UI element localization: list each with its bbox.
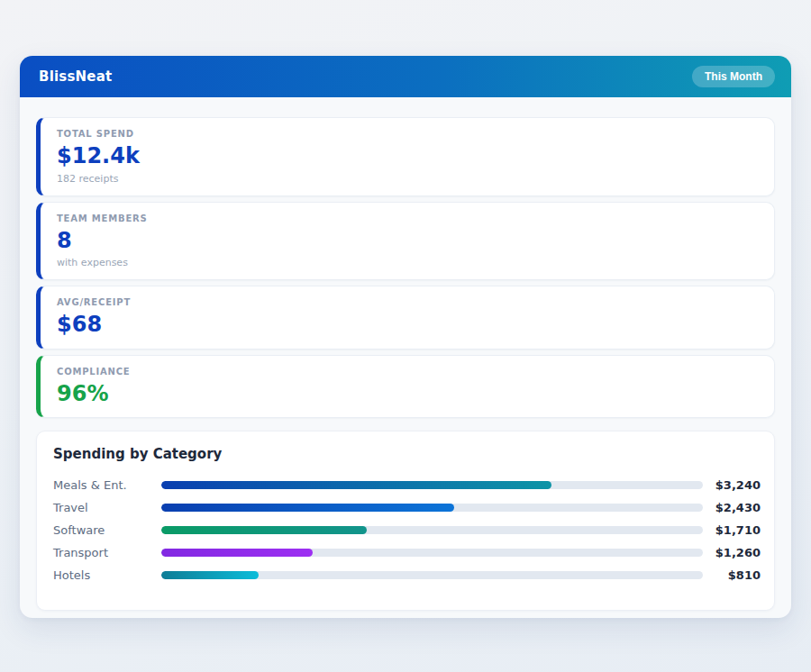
chart-category-label: Software [53,523,161,537]
chart-bar-track [161,549,703,557]
dashboard-panel: BlissNeat This Month TOTAL SPEND $12.4k … [20,56,791,618]
chart-bar-fill [161,504,454,512]
chart-bar-track [161,526,703,534]
period-badge[interactable]: This Month [692,66,775,87]
chart-value-label: $1,260 [703,546,761,559]
chart-category-label: Hotels [53,568,161,582]
chart-value-label: $2,430 [703,501,761,514]
chart-value-label: $810 [703,568,761,582]
spending-chart-card: Spending by Category Meals & Ent. $3,240… [36,431,775,611]
chart-bar-fill [161,481,551,489]
chart-category-label: Transport [53,546,161,559]
stat-value: 96% [57,382,758,407]
chart-category-label: Meals & Ent. [53,478,161,492]
stat-subtext: 182 receipts [57,173,758,185]
stat-card: TEAM MEMBERS 8 with expenses [36,202,775,281]
chart-bar-track [161,571,703,579]
chart-bar-track [161,504,703,512]
app-title: BlissNeat [39,68,112,85]
chart-value-label: $1,710 [703,523,761,537]
chart-value-label: $3,240 [703,478,761,492]
chart-row: Hotels $810 [53,564,761,586]
chart-row: Software $1,710 [53,519,761,541]
chart-bar-fill [161,526,367,534]
stat-label: AVG/RECEIPT [57,297,758,307]
chart-rows: Meals & Ent. $3,240 Travel $2,430 Softwa… [53,474,761,586]
stat-card: COMPLIANCE 96% [36,355,775,419]
chart-bar-fill [161,549,313,557]
stat-label: TEAM MEMBERS [57,213,758,223]
chart-bar-fill [161,571,259,579]
chart-row: Transport $1,260 [53,541,761,564]
stat-value: 8 [57,229,758,254]
chart-category-label: Travel [53,501,161,514]
app-header: BlissNeat This Month [20,56,791,97]
stat-value: $12.4k [57,144,758,169]
stat-value: $68 [57,313,758,338]
stat-label: COMPLIANCE [57,367,758,377]
chart-row: Travel $2,430 [53,496,761,519]
chart-bar-track [161,481,703,489]
chart-row: Meals & Ent. $3,240 [53,474,761,496]
stat-label: TOTAL SPEND [57,129,758,139]
dashboard-content: TOTAL SPEND $12.4k 182 receipts TEAM MEM… [20,97,791,611]
stats-list: TOTAL SPEND $12.4k 182 receipts TEAM MEM… [36,117,775,418]
stat-card: TOTAL SPEND $12.4k 182 receipts [36,117,775,196]
stat-card: AVG/RECEIPT $68 [36,286,775,350]
stat-subtext: with expenses [57,257,758,268]
chart-title: Spending by Category [53,446,761,462]
